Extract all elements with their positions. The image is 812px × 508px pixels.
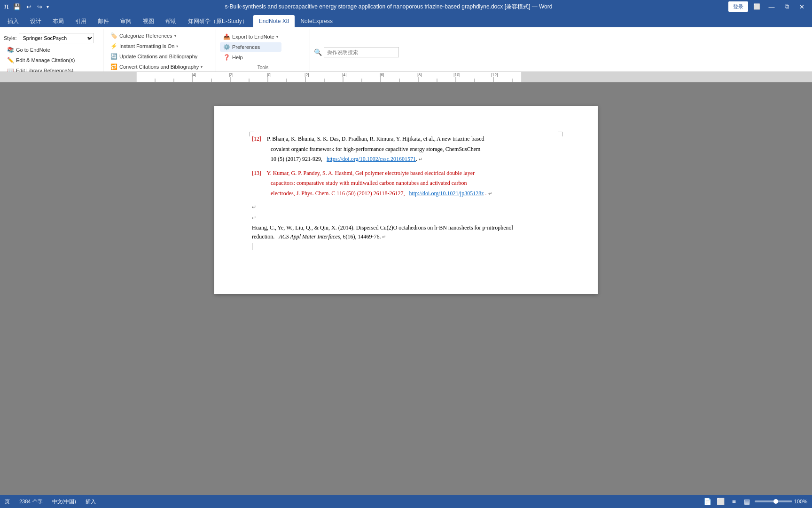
ruler: |4| |2| |0| |2| |4| |6| |8| |10| |12|	[0, 72, 812, 82]
help-button[interactable]: ❓ Help	[220, 53, 281, 62]
ref12-text1: P. Bhanja, K. Bhunia, S. K. Das, D. Prad…	[267, 135, 484, 142]
tab-layout[interactable]: 布局	[47, 15, 70, 27]
update-citations-button[interactable]: 🔄 Update Citations and Bibliography	[107, 52, 206, 61]
ref13-return: ↵	[488, 191, 492, 196]
export-arrow: ▾	[276, 35, 278, 39]
svg-text:|8|: |8|	[417, 72, 422, 77]
ref13-link-suffix: .	[485, 190, 487, 197]
style-dropdown[interactable]: Springer SocPsych	[19, 33, 94, 43]
convert-citations-button[interactable]: 🔁 Convert Citations and Bibliography ▾	[107, 62, 206, 71]
document-title: s-Bulk-synthesis and supercapacitive ene…	[49, 3, 728, 11]
status-bar: 页 2384 个字 中文(中国) 插入 📄 ⬜ ≡ ▤ 100%	[0, 495, 812, 508]
tools-buttons: 📤 Export to EndNote ▾ ⚙️ Preferences ❓ H…	[220, 32, 281, 62]
tab-references[interactable]: 引用	[70, 15, 92, 27]
status-right: 📄 ⬜ ≡ ▤ 100%	[702, 496, 807, 507]
para-mark-2: ↵	[252, 214, 560, 222]
language: 中文(中国)	[52, 498, 76, 505]
style-label: Style:	[4, 35, 17, 41]
view-web-icon[interactable]: ⬜	[715, 496, 726, 507]
citations-buttons: 📚 Go to EndNote ✏️ Edit & Manage Citatio…	[4, 45, 90, 75]
search-group: 🔍	[310, 29, 812, 71]
document-page[interactable]: [12] P. Bhanja, K. Bhunia, S. K. Das, D.…	[214, 106, 598, 294]
update-icon: 🔄	[110, 53, 117, 60]
edit-manage-citations-button[interactable]: ✏️ Edit & Manage Citation(s)	[4, 56, 90, 65]
tab-mail[interactable]: 邮件	[92, 15, 115, 27]
ref12-link-suffix: .	[416, 156, 417, 162]
title-right: 登录 ⬜ — ⧉ ✕	[728, 0, 808, 13]
margin-mark-tr	[558, 132, 562, 136]
close-button[interactable]: ✕	[795, 0, 808, 13]
tab-view[interactable]: 视图	[137, 15, 160, 27]
view-read-icon[interactable]: ≡	[728, 496, 740, 507]
svg-text:|4|: |4|	[192, 72, 196, 77]
page-top-margin	[214, 92, 598, 106]
plain-ref-return: ↵	[382, 234, 386, 239]
tools-group: 📤 Export to EndNote ▾ ⚙️ Preferences ❓ H…	[216, 29, 310, 71]
zoom-slider[interactable]	[755, 500, 792, 502]
go-to-endnote-button[interactable]: 📚 Go to EndNote	[4, 45, 90, 55]
page-indicator: 页	[5, 498, 10, 505]
plain-ref-text2: reduction.	[252, 233, 274, 240]
svg-text:|0|: |0|	[267, 72, 272, 77]
svg-text:|12|: |12|	[491, 72, 498, 77]
instant-formatting-button[interactable]: ⚡ Instant Formatting is On ▾	[107, 41, 206, 51]
bibliography-group-content: 🏷️ Categorize References ▾ ⚡ Instant For…	[107, 29, 212, 73]
tab-design[interactable]: 设计	[24, 15, 47, 27]
ref13-text2: capacitors: comparative study with multi…	[271, 180, 467, 186]
instant-arrow: ▾	[176, 44, 178, 48]
tools-group-label: Tools	[220, 65, 306, 71]
preferences-button[interactable]: ⚙️ Preferences	[220, 42, 281, 52]
bibliography-buttons: 🏷️ Categorize References ▾ ⚡ Instant For…	[107, 31, 206, 71]
quick-redo[interactable]: ↪	[36, 3, 44, 10]
endnote-icon: 📚	[7, 47, 14, 53]
document-area[interactable]: [12] P. Bhanja, K. Bhunia, S. K. Das, D.…	[0, 82, 812, 495]
search-icon: 🔍	[314, 48, 322, 56]
word-count: 2384 个字	[19, 498, 43, 505]
categorize-icon: 🏷️	[110, 32, 117, 39]
quick-undo[interactable]: ↩	[25, 3, 33, 10]
search-input[interactable]	[324, 47, 399, 57]
plain-ref-text1: Huang, C., Ye, W., Liu, Q., & Qiu, X. (2…	[252, 224, 513, 231]
ref13-line1: [13] Y. Kumar, G. P. Pandey, S. A. Hashm…	[252, 168, 560, 179]
ref12-return: ↵	[419, 157, 422, 162]
ref13-line2: capacitors: comparative study with multi…	[252, 178, 560, 189]
ref13-text1: Y. Kumar, G. P. Pandey, S. A. Hashmi, Ge…	[267, 170, 475, 176]
tab-endnote[interactable]: EndNote X8	[253, 15, 295, 27]
ref13-line3: electrodes, J. Phys. Chem. C 116 (50) (2…	[252, 189, 560, 199]
ref13-link[interactable]: http://doi.org/10.1021/jp305128z	[409, 190, 484, 197]
reference-13: [13] Y. Kumar, G. P. Pandey, S. A. Hashm…	[252, 168, 560, 199]
categorize-references-button[interactable]: 🏷️ Categorize References ▾	[107, 31, 206, 40]
plain-reference-line2: reduction. ACS Appl Mater Interfaces, 6(…	[252, 232, 560, 241]
tab-noteexpress[interactable]: NoteExpress	[295, 15, 338, 27]
tab-zhiwang[interactable]: 知网研学（原E-Study）	[182, 15, 253, 27]
restore-button[interactable]: ⧉	[780, 0, 793, 13]
ruler-svg: |4| |2| |0| |2| |4| |6| |8| |10| |12|	[0, 72, 812, 82]
insert-mode: 插入	[86, 498, 96, 505]
minimize-button[interactable]: —	[765, 0, 778, 13]
instant-format-icon: ⚡	[110, 43, 117, 49]
bibliography-group: 🏷️ Categorize References ▾ ⚡ Instant For…	[103, 29, 216, 71]
tab-help[interactable]: 帮助	[160, 15, 182, 27]
reference-12: [12] P. Bhanja, K. Bhunia, S. K. Das, D.…	[252, 134, 560, 165]
svg-text:|2|: |2|	[229, 72, 234, 77]
convert-arrow: ▾	[201, 65, 203, 69]
quick-save[interactable]: 💾	[12, 3, 22, 10]
edit-icon: ✏️	[7, 57, 14, 64]
view-print-icon[interactable]: 📄	[702, 496, 713, 507]
tools-group-content: 📤 Export to EndNote ▾ ⚙️ Preferences ❓ H…	[220, 29, 306, 65]
para-mark-1: ↵	[252, 203, 560, 212]
ref12-link[interactable]: https://doi.org/10.1002/cssc.201601571	[327, 156, 416, 162]
svg-text:|10|: |10|	[453, 72, 461, 77]
tab-insert[interactable]: 插入	[2, 15, 24, 27]
plain-ref-text3: , 6(16), 14469-76.	[340, 233, 381, 240]
export-icon: 📤	[223, 33, 230, 40]
view-outline-icon[interactable]: ▤	[742, 496, 753, 507]
categorize-arrow: ▾	[174, 34, 176, 38]
tab-review[interactable]: 审阅	[115, 15, 137, 27]
search-area: 🔍	[314, 47, 399, 57]
export-to-endnote-button[interactable]: 📤 Export to EndNote ▾	[220, 32, 281, 41]
restore-window-icon[interactable]: ⬜	[750, 0, 763, 13]
plain-reference: Huang, C., Ye, W., Liu, Q., & Qiu, X. (2…	[252, 223, 560, 232]
ref12-line1: [12] P. Bhanja, K. Bhunia, S. K. Das, D.…	[252, 134, 560, 144]
login-button[interactable]: 登录	[728, 1, 748, 12]
